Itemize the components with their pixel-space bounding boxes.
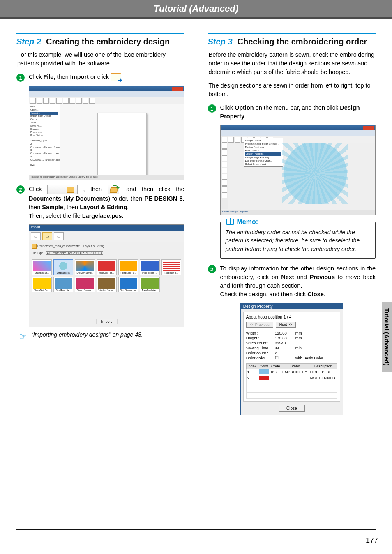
menu-item[interactable]: Save: [30, 121, 58, 125]
thumb-label: LineSew_Sampl...: [76, 272, 94, 274]
thumbnail[interactable]: ProgFillStitch_...: [140, 259, 160, 275]
toolbar-icon[interactable]: [50, 98, 55, 104]
menu-item[interactable]: Open...: [30, 108, 58, 112]
checkbox[interactable]: ☐: [275, 355, 295, 360]
tool-icon[interactable]: [222, 192, 227, 198]
toolbar-icon[interactable]: [89, 98, 95, 104]
menu-item-designproperty[interactable]: Design Property...: [245, 152, 281, 155]
menu-item[interactable]: Design Center...: [245, 139, 281, 142]
option-menu-dropdown[interactable]: Design Center... Programmable Stitch Cre…: [244, 138, 283, 167]
menu-item[interactable]: New: [30, 105, 58, 108]
menu-item[interactable]: Save As...: [30, 125, 58, 128]
thumbnail[interactable]: LineSew_Sampl...: [75, 259, 95, 275]
t: and: [294, 274, 310, 280]
layout-label: Layout & Editing: [80, 204, 127, 210]
next-button[interactable]: Next >>: [276, 322, 296, 328]
file-menu-dropdown[interactable]: New Open... Import... Import from Design…: [29, 104, 60, 180]
toolbar-icon[interactable]: [56, 98, 62, 104]
toolbar-icon[interactable]: [228, 137, 234, 143]
toolbar-icon[interactable]: [37, 98, 42, 104]
thumbnail[interactable]: Stamp_Sample...: [75, 277, 95, 292]
step3-label: Step 3: [208, 37, 233, 46]
bullet-1-icon: 1: [208, 104, 216, 113]
menu-item[interactable]: Exit: [30, 164, 58, 167]
import-button[interactable]: Import: [96, 319, 117, 324]
thumbnail[interactable]: PipingStitch_S...: [118, 259, 138, 275]
t: , then: [53, 74, 70, 80]
menu-item[interactable]: Programmable Stitch Creator...: [245, 142, 281, 145]
v: 44: [275, 346, 295, 350]
tool-icon[interactable]: [222, 186, 227, 192]
folder-open-icon[interactable]: [108, 185, 119, 194]
thumbnail[interactable]: Gradation_Sa...: [32, 259, 52, 275]
tool-icon[interactable]: [222, 155, 227, 161]
folder-path-button[interactable]: [47, 185, 78, 194]
thumbnail[interactable]: TransformLetter...: [140, 277, 160, 292]
u: mm: [295, 336, 302, 340]
tool-icon[interactable]: [222, 137, 227, 143]
menu-item[interactable]: Export...: [30, 128, 58, 131]
toolbar-icon[interactable]: [69, 98, 75, 104]
menu-item[interactable]: Property...: [30, 131, 58, 134]
menu-recent[interactable]: 4 C:\Users\...\Flamenco4.pes: [30, 155, 58, 162]
l: Color order :: [246, 355, 275, 360]
prop-row: Color order :☐with Basic Color: [246, 355, 337, 360]
menu-item[interactable]: Edit User Thread Chart...: [245, 159, 281, 162]
thumb-label: Largelace.pes: [54, 272, 73, 274]
close-icon[interactable]: [172, 87, 183, 91]
filetype-select[interactable]: All Embroidery Files (*.PEC,*.PES,*.DST.…: [46, 251, 103, 255]
toolbar-icon[interactable]: [235, 137, 240, 143]
thumbnail[interactable]: Stippling_Sampl...: [97, 277, 117, 292]
import-dialog-title: Import: [29, 225, 184, 231]
view-button[interactable]: ▭: [31, 232, 41, 240]
toolbar-icon[interactable]: [30, 98, 36, 104]
menu-item[interactable]: Import from Design Center...: [30, 115, 58, 121]
thumbnail[interactable]: ShapeText_Sa...: [32, 277, 52, 292]
import-icon[interactable]: [111, 73, 121, 81]
view-button-selected[interactable]: ▭: [42, 232, 52, 240]
menu-item[interactable]: Print Setup...: [30, 134, 58, 137]
memo-heading: Memo:: [224, 218, 261, 226]
menu-item-import[interactable]: Import...: [30, 112, 58, 115]
file-label: File: [43, 74, 53, 80]
tool-icon[interactable]: [222, 174, 227, 180]
u: mm: [295, 331, 302, 335]
menu-item[interactable]: Font Creator...: [245, 149, 281, 152]
thumbnail[interactable]: MotifStitch_Sa...: [97, 259, 117, 275]
menu-item[interactable]: Design Database...: [245, 145, 281, 149]
column-divider: [196, 33, 196, 416]
toolbar-icon[interactable]: [76, 98, 82, 104]
menu-recent[interactable]: 2 C:\Users\...\Flamenco2.pes: [30, 143, 58, 149]
toolbar-icon[interactable]: [83, 98, 88, 104]
tool-icon[interactable]: [222, 143, 227, 149]
td: 1: [246, 369, 258, 375]
sample-label: Sample: [42, 204, 63, 210]
folder-icon[interactable]: [32, 244, 37, 249]
hoop-position-text: About hoop position 1 / 4: [246, 315, 337, 319]
tool-icon[interactable]: [222, 162, 227, 167]
close-icon[interactable]: [363, 126, 374, 130]
tool-icon[interactable]: [222, 180, 227, 186]
toolbar-icon[interactable]: [43, 98, 49, 104]
t: Then, select the file: [29, 212, 82, 219]
menu-item[interactable]: Design Page Property...: [245, 156, 281, 159]
toolbar-icon[interactable]: [63, 98, 69, 104]
thumbnail[interactable]: Regentton_S...: [161, 259, 182, 275]
tool-icon[interactable]: [222, 168, 227, 173]
previous-button[interactable]: << Previous: [246, 322, 273, 328]
design-property-dialog: Design Property About hoop position 1 / …: [240, 303, 343, 416]
thumbnail[interactable]: Text_Sample.pes: [118, 277, 138, 292]
menu-recent[interactable]: 3 C:\Users\...\Flamenco.pes: [30, 149, 58, 155]
thumbnail-selected[interactable]: Largelace.pes: [53, 259, 74, 275]
menu-item[interactable]: Select System Unit: [245, 162, 281, 166]
step3-intro2: The design sections are sewn in order fr…: [208, 81, 376, 99]
menu-recent[interactable]: 1 tutorial_4.pes: [30, 139, 58, 143]
tool-icon[interactable]: [222, 149, 227, 155]
status-bar: Imports an embroidery object from Design…: [29, 175, 184, 180]
close-button[interactable]: Close: [279, 405, 305, 412]
thumbnail[interactable]: SmallFont_Sa...: [53, 277, 74, 292]
status-bar: Shows Design Property: [221, 210, 376, 215]
table-row: [246, 387, 337, 393]
hand-point-icon: ☞: [19, 331, 27, 342]
view-button[interactable]: ▭: [54, 232, 64, 240]
